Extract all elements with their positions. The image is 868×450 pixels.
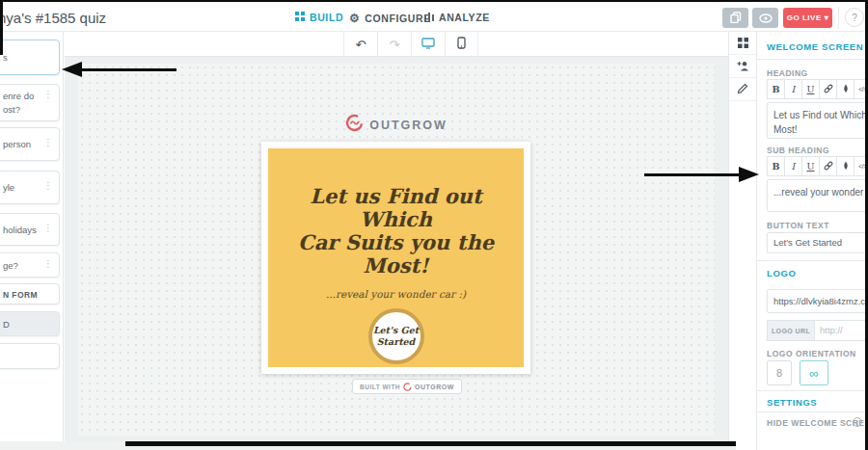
outgrow-logo-word: OUTGROW: [369, 119, 448, 132]
bold-button[interactable]: B: [767, 79, 785, 99]
pages-icon: [730, 10, 742, 27]
panel-title: WELCOME SCREEN: [767, 41, 863, 52]
sidebar-item-label: enre do ost?: [3, 90, 34, 118]
sidebar-item-welcome[interactable]: s: [0, 40, 60, 75]
rail-design-button[interactable]: [729, 78, 756, 101]
built-with-badge[interactable]: BUILT WITH OUTGROW: [352, 379, 462, 394]
info-icon[interactable]: i: [853, 417, 862, 427]
sidebar-item-label: holidays: [3, 224, 37, 237]
caret-down-icon: ▾: [825, 13, 829, 22]
annotation-arrow-left-head: [62, 62, 82, 77]
heading-rich-toolbar: B I U </>: [767, 79, 868, 99]
button-text-label: BUTTON TEXT: [767, 221, 829, 230]
bold-button[interactable]: B: [767, 156, 785, 176]
italic-button[interactable]: I: [784, 156, 802, 176]
logo-url-input[interactable]: http://: [814, 320, 868, 341]
app-frame: hya's #1585 quiz BUILD ⚙ CONFIGURE ANALY…: [0, 0, 868, 450]
tab-analyze[interactable]: ANALYZE: [424, 12, 490, 23]
logo-section-label: LOGO: [767, 268, 796, 278]
sidebar-item-leadgen-form[interactable]: N FORM: [0, 283, 60, 304]
grid-blocks-icon: [738, 35, 748, 52]
sidebar-item-question-3[interactable]: yle ⋮: [0, 171, 60, 204]
underline-button[interactable]: U: [801, 156, 820, 176]
go-live-button[interactable]: GO LIVE ▾: [783, 8, 832, 28]
annotation-arrow-right: [644, 173, 740, 176]
subheading-rich-toolbar: B I U </>: [767, 156, 868, 176]
text-color-button[interactable]: [836, 156, 854, 176]
sidebar-item-question-2[interactable]: person ⋮: [0, 127, 60, 161]
orientation-portrait-button[interactable]: 8: [767, 360, 792, 385]
text-color-button[interactable]: [836, 79, 854, 99]
italic-button[interactable]: I: [784, 79, 802, 99]
go-live-label: GO LIVE: [787, 13, 822, 22]
sidebar-item-question-5[interactable]: ge? ⋮: [0, 252, 60, 278]
subheading-textarea[interactable]: ...reveal your wonder car :): [767, 179, 868, 212]
monitor-icon: [421, 36, 435, 53]
badge-outgrow-icon: [403, 378, 412, 395]
sidebar-item-label: N FORM: [3, 289, 38, 302]
panel-divider: [757, 260, 868, 261]
panel-rail: [728, 32, 757, 450]
rail-content-button[interactable]: [729, 32, 756, 55]
card-heading: Let us Find out Which Car Suits you the …: [290, 185, 502, 278]
mobile-view-toggle[interactable]: [445, 32, 478, 57]
droplet-icon: [842, 161, 850, 172]
redo-button[interactable]: ↷: [377, 32, 411, 57]
help-label: ?: [852, 13, 857, 23]
logo-orientation-label: LOGO ORIENTATION: [767, 349, 856, 358]
sidebar-item-question-4[interactable]: holidays ⋮: [0, 213, 60, 246]
link-button[interactable]: [819, 156, 837, 176]
logo-url-addon: LOGO URL: [767, 320, 815, 341]
badge-prefix: BUILT WITH: [360, 384, 400, 390]
start-button[interactable]: Let's Get Started: [368, 308, 424, 364]
panel-divider: [757, 390, 868, 391]
tab-build-label: BUILD: [310, 12, 343, 23]
kebab-menu-icon[interactable]: ⋮: [43, 89, 53, 99]
sidebar-item-question-1[interactable]: enre do ost? ⋮: [0, 84, 60, 121]
logo-image-input[interactable]: https://dlvkyia8i4zmz.clo: [767, 289, 868, 313]
eye-icon: [759, 10, 773, 27]
undo-icon: ↶: [356, 38, 366, 52]
duplicate-button[interactable]: [722, 8, 748, 28]
annotation-arrow-right-head: [739, 167, 759, 182]
tab-build[interactable]: BUILD: [295, 12, 343, 23]
topbar: hya's #1585 quiz BUILD ⚙ CONFIGURE ANALY…: [0, 2, 868, 32]
outgrow-logo-icon: [345, 114, 364, 136]
droplet-icon: [842, 84, 850, 95]
quiz-title: hya's #1585 quiz: [0, 10, 106, 26]
landscape-orientation-icon: ∞: [809, 366, 818, 381]
button-text-input[interactable]: Let's Get Started: [767, 232, 868, 253]
topbar-divider: [838, 7, 839, 29]
panel-divider: [757, 411, 868, 412]
heading-textarea[interactable]: Let us Find out Which Car Suits you the …: [767, 102, 868, 139]
undo-button[interactable]: ↶: [343, 32, 377, 57]
phone-icon: [457, 36, 466, 53]
underline-button[interactable]: U: [801, 79, 820, 99]
rail-leadgen-button[interactable]: [729, 55, 756, 78]
portrait-orientation-icon: 8: [776, 367, 782, 379]
sidebar-item-label: ge?: [3, 259, 18, 273]
tab-configure[interactable]: ⚙ CONFIGURE: [349, 12, 431, 25]
preview-button[interactable]: [752, 8, 778, 28]
tab-analyze-label: ANALYZE: [439, 12, 490, 23]
orientation-landscape-button[interactable]: ∞: [800, 360, 828, 385]
desktop-view-toggle[interactable]: [411, 32, 445, 57]
panel-divider: [757, 59, 868, 60]
person-add-icon: [737, 58, 749, 75]
heading-label: HEADING: [767, 68, 808, 78]
outgrow-logo: OUTGROW: [328, 114, 465, 136]
sidebar-item-blank[interactable]: [0, 343, 60, 369]
kebab-menu-icon[interactable]: ⋮: [43, 258, 53, 269]
link-button[interactable]: [819, 79, 837, 99]
annotation-arrow-left: [81, 68, 176, 71]
kebab-menu-icon[interactable]: ⋮: [43, 223, 53, 233]
kebab-menu-icon[interactable]: ⋮: [43, 137, 53, 147]
gear-icon: ⚙: [349, 12, 360, 25]
pencil-icon: [737, 81, 748, 98]
window-border-top: [0, 0, 868, 2]
window-border-left: [0, 0, 3, 55]
kebab-menu-icon[interactable]: ⋮: [43, 180, 53, 191]
welcome-card: Let us Find out Which Car Suits you the …: [261, 142, 530, 374]
sidebar-item-disabled[interactable]: D: [0, 311, 60, 336]
help-button[interactable]: ?: [845, 8, 864, 27]
